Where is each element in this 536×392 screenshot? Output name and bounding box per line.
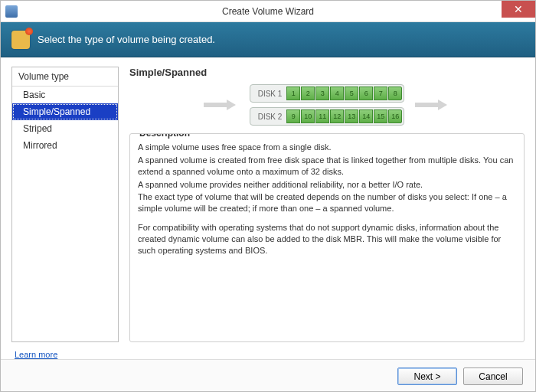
desc-p2: A spanned volume is created from free di… [138, 155, 516, 178]
next-button[interactable]: Next > [397, 368, 457, 385]
window-title: Create Volume Wizard [1, 6, 535, 17]
desc-p4: The exact type of volume that will be cr… [138, 191, 516, 214]
disk-stack: DISK 1 1 2 3 4 5 6 7 8 DISK 2 9 10 11 12… [250, 84, 405, 126]
content: Volume type Basic Simple/Spanned Striped… [1, 57, 535, 347]
cancel-button[interactable]: Cancel [463, 368, 523, 385]
disk-row-1: DISK 1 1 2 3 4 5 6 7 8 [250, 84, 405, 103]
disk-block: 9 [286, 109, 300, 123]
wizard-icon [11, 31, 30, 49]
banner: Select the type of volume being created. [1, 22, 535, 57]
disk-block: 12 [330, 109, 344, 123]
learn-more-link[interactable]: Learn more [15, 350, 57, 359]
sidebar-header: Volume type [12, 67, 118, 87]
desc-p5: For compatibility with operating systems… [138, 222, 516, 256]
disk-block: 11 [315, 109, 329, 123]
disk-block: 16 [388, 109, 402, 123]
desc-p1: A simple volume uses free space from a s… [138, 142, 516, 153]
disk-block: 5 [345, 87, 358, 100]
disk-block: 4 [330, 87, 344, 100]
sidebar-item-basic[interactable]: Basic [12, 87, 118, 103]
disk-block: 13 [345, 109, 358, 123]
description-text: A simple volume uses free space from a s… [138, 142, 516, 256]
arrow-right-icon [415, 100, 450, 110]
footer: Next > Cancel [1, 359, 535, 392]
disk-row-2: DISK 2 9 10 11 12 13 14 15 16 [250, 107, 405, 126]
disk-1-label: DISK 1 [252, 90, 287, 98]
disk-block: 7 [374, 87, 387, 100]
page-title: Simple/Spanned [129, 67, 525, 78]
volume-type-list: Volume type Basic Simple/Spanned Striped… [11, 67, 119, 342]
sidebar-item-striped[interactable]: Striped [12, 120, 118, 137]
disk-block: 3 [315, 87, 329, 100]
close-icon: ✕ [514, 4, 523, 15]
disk-block: 8 [388, 87, 402, 100]
disk-block: 6 [359, 87, 373, 100]
disk-2-label: DISK 2 [252, 113, 287, 121]
app-icon [5, 5, 18, 18]
main-panel: Simple/Spanned DISK 1 1 2 3 4 5 6 7 8 DI… [129, 67, 525, 342]
arrow-left-icon [204, 100, 239, 110]
disk-block: 14 [359, 109, 373, 123]
disk-block: 2 [301, 87, 315, 100]
disk-block: 10 [301, 109, 315, 123]
banner-text: Select the type of volume being created. [38, 34, 215, 45]
desc-p3: A spanned volume provides neither additi… [138, 179, 516, 191]
sidebar-item-mirrored[interactable]: Mirrored [12, 137, 118, 154]
disk-diagram: DISK 1 1 2 3 4 5 6 7 8 DISK 2 9 10 11 12… [129, 83, 525, 127]
sidebar-item-simple-spanned[interactable]: Simple/Spanned [12, 103, 118, 120]
titlebar: Create Volume Wizard ✕ [1, 1, 535, 22]
close-button[interactable]: ✕ [502, 1, 535, 18]
disk-block: 15 [374, 109, 387, 123]
disk-block: 1 [286, 87, 300, 100]
learn-more-area: Learn more [1, 347, 535, 359]
description-box: Description A simple volume uses free sp… [129, 133, 525, 342]
description-legend: Description [136, 133, 193, 139]
